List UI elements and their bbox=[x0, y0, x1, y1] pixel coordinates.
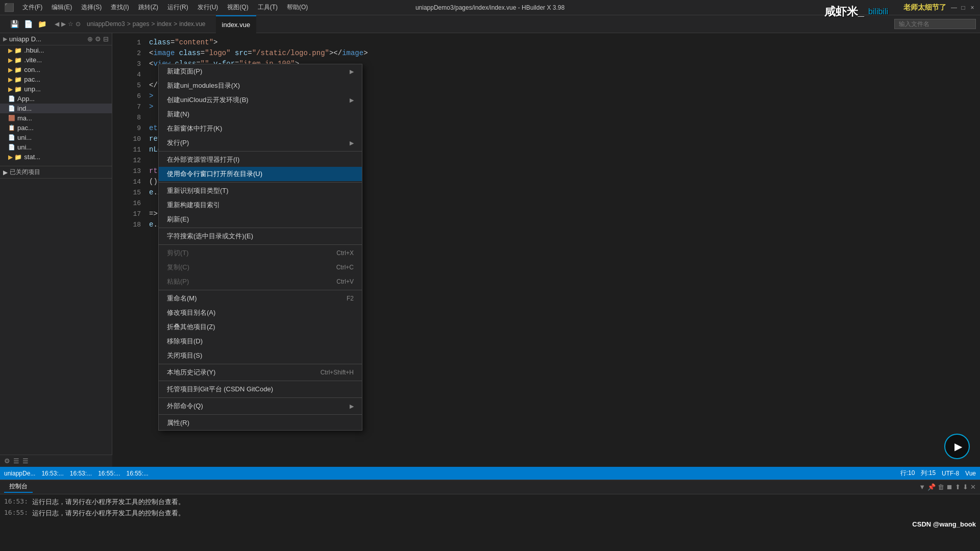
file-icon: 🟫 bbox=[8, 115, 15, 121]
ctx-external-cmd[interactable]: 外部命令(Q) ▶ bbox=[159, 399, 362, 413]
ctx-remove-project[interactable]: 移除项目(D) bbox=[159, 334, 362, 348]
title-right-text: 老师太细节了 bbox=[903, 3, 946, 12]
maximize-button[interactable]: □ bbox=[960, 4, 967, 11]
save-icon[interactable]: 💾 bbox=[8, 19, 21, 29]
file-search-input[interactable] bbox=[894, 19, 976, 29]
ctx-separator bbox=[159, 414, 362, 415]
sidebar-collapse-icon[interactable]: ⊟ bbox=[103, 35, 109, 43]
sidebar-gear-icon[interactable]: ⚙ bbox=[95, 35, 101, 43]
breadcrumb-project[interactable]: uniappDemo3 bbox=[87, 20, 125, 28]
bottom-panel-clear-icon[interactable]: 🗑 bbox=[938, 483, 944, 491]
ctx-reidentify[interactable]: 重新识别项目类型(T) bbox=[159, 184, 362, 198]
ctx-close-project[interactable]: 关闭项目(S) bbox=[159, 348, 362, 363]
closed-projects-section[interactable]: ▶ 已关闭项目 bbox=[0, 166, 112, 179]
ctx-open-explorer[interactable]: 在外部资源管理器打开(I) bbox=[159, 153, 362, 167]
ctx-rename[interactable]: 重命名(M) F2 bbox=[159, 291, 362, 306]
sidebar-item[interactable]: 📄 ind... bbox=[0, 104, 112, 113]
bottom-panel-stop-icon[interactable]: ⏹ bbox=[946, 483, 953, 491]
ctx-create-unicloud[interactable]: 创建uniCloud云开发环境(B) ▶ bbox=[159, 93, 362, 107]
status-line[interactable]: 行:10 bbox=[900, 469, 915, 478]
menu-find[interactable]: 查找(I) bbox=[107, 2, 133, 13]
log-entry: 16:53: 运行日志，请另行在小程序开发工具的控制台查看。 bbox=[4, 496, 976, 508]
breadcrumb-index[interactable]: index bbox=[157, 20, 172, 28]
folder-icon: ▶ 📁 bbox=[8, 76, 22, 83]
menu-goto[interactable]: 跳转(Z) bbox=[134, 2, 162, 13]
menu-tools[interactable]: 工具(T) bbox=[254, 2, 282, 13]
bottom-panel-close-icon[interactable]: ⬆ bbox=[955, 483, 961, 491]
file-icon: 📋 bbox=[8, 124, 15, 131]
folder-icon: ▶ 📁 bbox=[8, 66, 22, 73]
sidebar-item[interactable]: 📄 uni... bbox=[0, 142, 112, 152]
active-tab[interactable]: index.vue bbox=[216, 15, 257, 33]
menu-file[interactable]: 文件(F) bbox=[18, 2, 46, 13]
ctx-open-cmd[interactable]: 使用命令行窗口打开所在目录(U) bbox=[159, 167, 362, 181]
status-encoding[interactable]: UTF-8 bbox=[942, 470, 959, 477]
history-icon[interactable]: ⊙ bbox=[76, 20, 81, 28]
ctx-rename-alias[interactable]: 修改项目别名(A) bbox=[159, 306, 362, 320]
ctx-publish[interactable]: 发行(P) ▶ bbox=[159, 136, 362, 150]
bottom-panel-pin-icon[interactable]: 📌 bbox=[927, 483, 936, 491]
window-controls: — □ × bbox=[950, 4, 976, 11]
bottom-panel-down-icon[interactable]: ▼ bbox=[919, 483, 925, 491]
menu-run[interactable]: 运行(R) bbox=[163, 2, 192, 13]
ctx-new[interactable]: 新建(N) bbox=[159, 107, 362, 121]
ctx-properties[interactable]: 属性(R) bbox=[159, 416, 362, 430]
status-project: uniappDe... bbox=[4, 470, 35, 477]
log-time: 16:53: bbox=[4, 497, 28, 507]
file-icon: 📄 bbox=[8, 105, 15, 112]
ctx-open-new-window[interactable]: 在新窗体中打开(K) bbox=[159, 121, 362, 136]
folder-icon[interactable]: 📁 bbox=[36, 19, 48, 29]
close-button[interactable]: × bbox=[969, 4, 976, 11]
minimize-button[interactable]: — bbox=[950, 4, 958, 11]
forward-arrow[interactable]: ▶ bbox=[61, 20, 66, 28]
sidebar-item[interactable]: ▶ 📁 con... bbox=[0, 65, 112, 74]
sidebar-item[interactable]: ▶ 📁 .hbui... bbox=[0, 45, 112, 55]
sidebar-bottom-icon3[interactable]: ☰ bbox=[22, 457, 29, 465]
title-center: uniappDemo3/pages/index/index.vue - HBui… bbox=[415, 4, 565, 11]
bilibili-play-button[interactable]: ▶ bbox=[944, 434, 970, 459]
status-column[interactable]: 列:15 bbox=[921, 469, 936, 478]
breadcrumb-file[interactable]: index.vue bbox=[179, 20, 205, 28]
ctx-separator bbox=[159, 364, 362, 364]
console-content: 16:53: 运行日志，请另行在小程序开发工具的控制台查看。 16:55: 运行… bbox=[0, 494, 980, 521]
sidebar-bottom-icon1[interactable]: ⚙ bbox=[4, 457, 10, 465]
bottom-panel-expand-icon[interactable]: ⬇ bbox=[963, 483, 968, 491]
ctx-new-unimodules[interactable]: 新建uni_modules目录(X) bbox=[159, 79, 362, 93]
sidebar-item[interactable]: ▶ 📁 .vite... bbox=[0, 55, 112, 65]
sidebar-item[interactable]: ▶ 📁 stat... bbox=[0, 152, 112, 162]
sidebar-item[interactable]: 📋 pac... bbox=[0, 123, 112, 133]
status-time2: 16:53:... bbox=[70, 470, 92, 477]
sidebar-item[interactable]: 🟫 ma... bbox=[0, 113, 112, 123]
bottom-panel-tabs: 控制台 ▼ 📌 🗑 ⏹ ⬆ ⬇ ✕ bbox=[0, 480, 980, 494]
sidebar-item[interactable]: ▶ 📁 unp... bbox=[0, 84, 112, 94]
sidebar-bottom-icon2[interactable]: ☰ bbox=[13, 457, 19, 465]
bookmark-icon[interactable]: ☆ bbox=[68, 20, 74, 28]
back-arrow[interactable]: ◀ bbox=[55, 20, 59, 28]
ctx-new-page[interactable]: 新建页面(P) ▶ bbox=[159, 64, 362, 79]
editor-area: 1 class="content"> 2 <image class="logo"… bbox=[112, 33, 980, 467]
tab-console[interactable]: 控制台 bbox=[4, 481, 33, 493]
menu-view[interactable]: 视图(Q) bbox=[223, 2, 252, 13]
new-file-icon[interactable]: 📄 bbox=[22, 19, 35, 29]
status-language[interactable]: Vue bbox=[965, 470, 976, 477]
log-message: 运行日志，请另行在小程序开发工具的控制台查看。 bbox=[32, 509, 185, 518]
sidebar-item[interactable]: 📄 App... bbox=[0, 94, 112, 104]
breadcrumb-pages[interactable]: pages bbox=[133, 20, 150, 28]
sidebar-item[interactable]: 📄 uni... bbox=[0, 133, 112, 142]
menu-select[interactable]: 选择(S) bbox=[77, 2, 106, 13]
ctx-git-hosting[interactable]: 托管项目到Git平台 (CSDN GitCode) bbox=[159, 382, 362, 396]
folder-icon: ▶ 📁 bbox=[8, 86, 22, 93]
ctx-collapse-others[interactable]: 折叠其他项目(Z) bbox=[159, 320, 362, 334]
status-time3: 16:55:... bbox=[98, 470, 120, 477]
bottom-panel-x-icon[interactable]: ✕ bbox=[970, 483, 976, 491]
ctx-local-history[interactable]: 本地历史记录(Y) Ctrl+Shift+H bbox=[159, 365, 362, 380]
menu-publish[interactable]: 发行(U) bbox=[193, 2, 223, 13]
sidebar-add-icon[interactable]: ⊕ bbox=[87, 35, 93, 43]
ctx-refresh[interactable]: 刷新(E) bbox=[159, 212, 362, 227]
menu-help[interactable]: 帮助(O) bbox=[283, 2, 312, 13]
sidebar-item[interactable]: ▶ 📁 pac... bbox=[0, 74, 112, 84]
csdn-badge: CSDN @wang_book bbox=[912, 520, 976, 528]
menu-edit[interactable]: 编辑(E) bbox=[47, 2, 76, 13]
ctx-rebuild-index[interactable]: 重新构建项目索引 bbox=[159, 198, 362, 212]
ctx-char-search[interactable]: 字符搜索(选中目录或文件)(E) bbox=[159, 229, 362, 243]
